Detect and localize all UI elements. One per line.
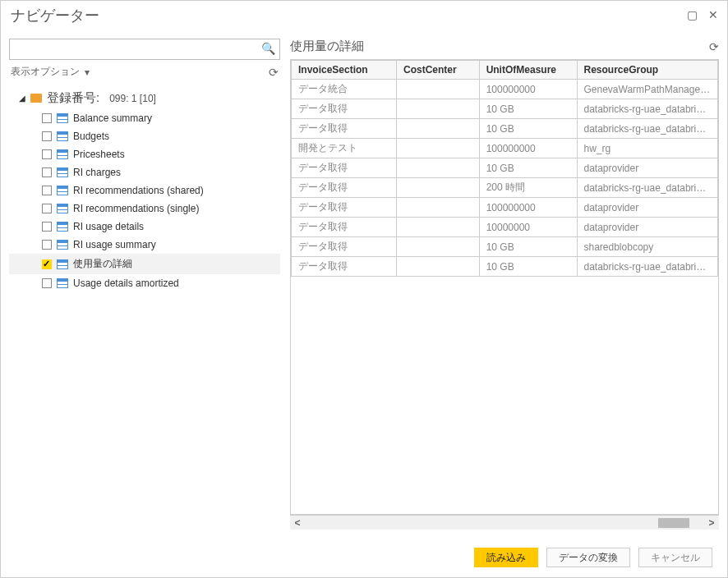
table-row[interactable]: データ取得10 GBdatabricks-rg-uae_databricks- — [292, 119, 718, 139]
tree-item[interactable]: 使用量の詳細 — [9, 254, 280, 274]
preview-table: InvoiceSectionCostCenterUnitOfMeasureRes… — [291, 60, 718, 277]
table-cell — [397, 158, 480, 178]
table-row[interactable]: データ取得10000000dataprovider — [292, 218, 718, 237]
tree-item[interactable]: Usage details amortized — [9, 274, 280, 292]
table-cell: 10 GB — [479, 99, 577, 119]
tree-item-label: RI usage details — [73, 221, 144, 232]
table-row[interactable]: データ取得100000000dataprovider — [292, 198, 718, 218]
display-options-dropdown[interactable]: 表示オプション ▾ — [11, 65, 90, 79]
table-cell: データ取得 — [292, 158, 397, 178]
table-icon — [57, 204, 68, 213]
maximize-icon[interactable]: ▢ — [684, 7, 699, 22]
table-cell: sharedblobcopy — [577, 237, 718, 257]
table-cell — [397, 218, 480, 237]
navigation-tree: ◢ 登録番号: 099: 1 [10] Balance summaryBudge… — [9, 87, 280, 530]
table-row[interactable]: データ統合100000000GenevaWarmPathManageRG — [292, 80, 718, 99]
scroll-left-icon[interactable]: < — [290, 517, 305, 529]
column-header[interactable]: UnitOfMeasure — [479, 61, 577, 80]
table-icon — [57, 240, 68, 250]
table-cell: データ取得 — [292, 119, 397, 139]
tree-item-checkbox[interactable] — [42, 278, 52, 288]
table-cell — [397, 178, 480, 198]
tree-root-label: 登録番号: — [47, 90, 99, 106]
table-cell: 200 時間 — [479, 178, 577, 198]
tree-item[interactable]: RI usage details — [9, 218, 280, 236]
table-icon — [57, 278, 68, 288]
tree-item-checkbox[interactable] — [42, 186, 52, 195]
tree-item[interactable]: Balance summary — [9, 109, 280, 127]
transform-data-button[interactable]: データの変換 — [546, 548, 630, 567]
table-icon — [57, 131, 68, 141]
tree-item-label: RI usage summary — [73, 239, 156, 250]
search-input[interactable] — [9, 39, 280, 60]
dialog-body: 🔍 表示オプション ▾ ⟳ ◢ 登録番号: 099: 1 [10] Balanc… — [1, 30, 727, 538]
tree-root-suffix: 099: 1 [10] — [109, 93, 156, 104]
scrollbar-track[interactable] — [305, 518, 704, 528]
cancel-button[interactable]: キャンセル — [638, 548, 712, 567]
tree-item[interactable]: Pricesheets — [9, 145, 280, 163]
table-row[interactable]: データ取得10 GBdatabricks-rg-uae_databricks- — [292, 99, 718, 119]
table-cell — [397, 139, 480, 158]
table-cell: dataprovider — [577, 158, 718, 178]
close-icon[interactable]: ✕ — [706, 7, 721, 22]
scrollbar-thumb[interactable] — [658, 518, 689, 528]
tree-item-checkbox[interactable] — [42, 204, 52, 213]
load-button[interactable]: 読み込み — [474, 548, 538, 567]
table-cell: 10 GB — [479, 158, 577, 178]
table-row[interactable]: 開発とテスト100000000hw_rg — [292, 139, 718, 158]
refresh-preview-icon[interactable]: ⟳ — [709, 40, 719, 53]
table-cell: 100000000 — [479, 198, 577, 218]
table-cell: databricks-rg-uae_databricks- — [577, 99, 718, 119]
search-row: 🔍 — [9, 39, 280, 60]
tree-item[interactable]: RI usage summary — [9, 236, 280, 254]
table-cell: 100000000 — [479, 139, 577, 158]
tree-item-checkbox[interactable] — [42, 113, 52, 123]
table-cell: databricks-rg-uae_databricks- — [577, 119, 718, 139]
tree-item[interactable]: RI recommendations (single) — [9, 200, 280, 218]
table-cell: データ統合 — [292, 80, 397, 99]
tree-item-checkbox[interactable] — [42, 131, 52, 141]
table-cell: databricks-rg-uae_databricks- — [577, 257, 718, 277]
table-cell: 10 GB — [479, 237, 577, 257]
preview-title: 使用量の詳細 — [290, 39, 364, 54]
tree-item[interactable]: RI charges — [9, 163, 280, 181]
horizontal-scrollbar[interactable]: < > — [290, 515, 719, 530]
collapse-toggle-icon[interactable]: ◢ — [19, 94, 25, 103]
column-header[interactable]: CostCenter — [397, 61, 480, 80]
column-header[interactable]: ResourceGroup — [577, 61, 718, 80]
table-cell — [397, 99, 480, 119]
table-cell: データ取得 — [292, 257, 397, 277]
tree-item-checkbox[interactable] — [42, 167, 52, 177]
tree-item-checkbox[interactable] — [42, 259, 52, 269]
table-cell: dataprovider — [577, 198, 718, 218]
table-cell — [397, 257, 480, 277]
left-pane: 🔍 表示オプション ▾ ⟳ ◢ 登録番号: 099: 1 [10] Balanc… — [9, 39, 280, 530]
tree-item-checkbox[interactable] — [42, 149, 52, 159]
window-controls: ▢ ✕ — [684, 7, 721, 22]
table-cell — [397, 237, 480, 257]
table-row[interactable]: データ取得10 GBdataprovider — [292, 158, 718, 178]
table-icon — [57, 259, 68, 269]
table-icon — [57, 149, 68, 159]
scroll-right-icon[interactable]: > — [704, 517, 719, 529]
table-cell: 100000000 — [479, 80, 577, 99]
tree-item-label: Balance summary — [73, 112, 152, 124]
table-cell: データ取得 — [292, 178, 397, 198]
tree-item-checkbox[interactable] — [42, 222, 52, 232]
table-cell: GenevaWarmPathManageRG — [577, 80, 718, 99]
tree-item-checkbox[interactable] — [42, 240, 52, 250]
refresh-tree-icon[interactable]: ⟳ — [269, 66, 279, 79]
chevron-down-icon: ▾ — [85, 67, 90, 78]
table-row[interactable]: データ取得10 GBdatabricks-rg-uae_databricks- — [292, 257, 718, 277]
tree-item-label: Pricesheets — [73, 149, 125, 160]
preview-pane: 使用量の詳細 ⟳ InvoiceSectionCostCenterUnitOfM… — [290, 39, 719, 530]
table-row[interactable]: データ取得10 GBsharedblobcopy — [292, 237, 718, 257]
search-icon[interactable]: 🔍 — [261, 42, 275, 55]
table-cell — [397, 119, 480, 139]
column-header[interactable]: InvoiceSection — [292, 61, 397, 80]
tree-item-label: Budgets — [73, 131, 109, 142]
tree-item[interactable]: Budgets — [9, 127, 280, 145]
tree-item[interactable]: RI recommendations (shared) — [9, 181, 280, 200]
table-row[interactable]: データ取得200 時間databricks-rg-uae_databricks- — [292, 178, 718, 198]
tree-root[interactable]: ◢ 登録番号: 099: 1 [10] — [9, 87, 280, 109]
